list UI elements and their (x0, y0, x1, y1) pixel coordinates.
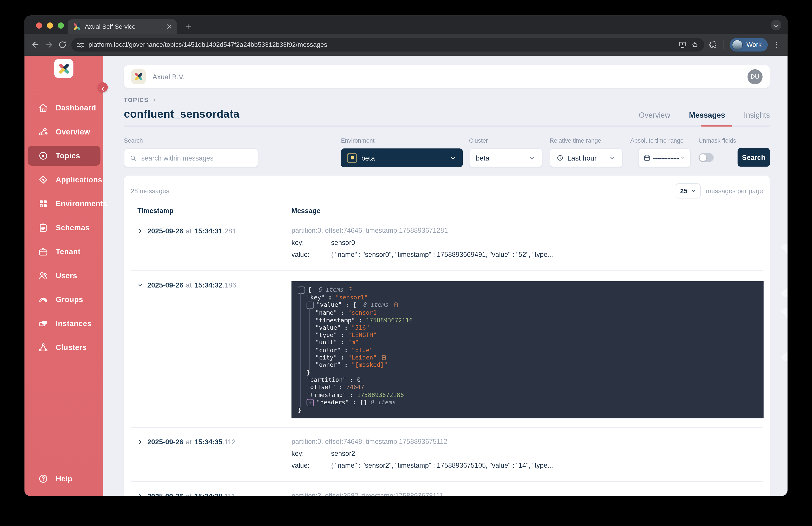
chevron-down-icon (691, 188, 696, 194)
copy-icon[interactable] (392, 302, 399, 309)
json-line: } (298, 369, 757, 376)
message-value-line: value:{ "name" : "sensor0", "timestamp" … (291, 251, 763, 258)
new-tab-icon[interactable] (184, 23, 192, 31)
sidebar-item-dashboard[interactable]: Dashboard (25, 96, 103, 120)
sidebar-item-users[interactable]: Users (25, 264, 103, 288)
url-text[interactable]: platform.local/governance/topics/1451db1… (88, 41, 674, 48)
browser-menu-icon[interactable] (772, 40, 781, 49)
chevron-right-icon[interactable] (137, 493, 143, 496)
json-line: "unit" : "m" (298, 339, 757, 346)
users-icon (38, 270, 48, 281)
json-token: "partition" (306, 376, 346, 384)
page-tabs: OverviewMessagesInsights (639, 111, 770, 120)
sidebar-item-label: Environments (56, 199, 107, 208)
search-input[interactable] (140, 154, 252, 162)
toolbar-divider (724, 40, 724, 49)
expand-node-icon[interactable]: + (306, 399, 314, 406)
profile-label: Work (746, 41, 762, 48)
message-meta: partition:0, offset:74648, timestamp:175… (291, 438, 763, 445)
address-bar[interactable]: platform.local/governance/topics/1451db1… (71, 38, 704, 52)
message-row: 2025-09-26at15:34:38.111partition:3, off… (131, 481, 763, 496)
indent-guide (298, 331, 306, 339)
json-token: : (324, 294, 335, 301)
json-token: } (306, 369, 310, 376)
sidebar-item-help[interactable]: Help (25, 467, 103, 491)
close-tab-icon[interactable] (165, 23, 173, 30)
sidebar-item-applications[interactable]: Applications (25, 168, 103, 192)
site-settings-icon[interactable] (76, 41, 84, 48)
sidebar-item-schemas[interactable]: Schemas (25, 216, 103, 240)
sidebar-item-label: Help (56, 474, 72, 483)
copy-icon[interactable] (347, 286, 354, 293)
browser-tab[interactable]: Axual Self Service (68, 19, 177, 34)
per-page-select[interactable]: 25 (676, 183, 700, 198)
json-token: "timestamp" (306, 391, 346, 399)
search-button[interactable]: Search (737, 148, 770, 167)
window-controls[interactable] (36, 22, 64, 28)
indent-guide (298, 376, 306, 384)
unmask-toggle[interactable] (699, 153, 714, 162)
back-icon[interactable] (31, 40, 40, 49)
screen: Axual Self Service platform.local/govern… (0, 0, 812, 526)
json-token: "value" (316, 301, 342, 309)
sidebar-item-label: Tenant (56, 247, 80, 256)
chevron-down-icon[interactable] (137, 282, 143, 288)
relative-range-select[interactable]: Last hour (550, 148, 622, 167)
search-label: Search (124, 138, 258, 144)
chevron-right-icon[interactable] (137, 439, 143, 445)
sidebar-item-instances[interactable]: Instances (25, 312, 103, 336)
tab-search-button[interactable] (771, 20, 781, 30)
zoom-window-button[interactable] (58, 22, 64, 28)
collapse-node-icon[interactable]: − (306, 302, 314, 309)
sidebar-item-clusters[interactable]: Clusters (25, 336, 103, 359)
absolute-range-value: ------------------- (653, 155, 679, 161)
json-token: : (355, 316, 366, 324)
minimize-window-button[interactable] (47, 22, 53, 28)
value-label: value: (291, 462, 331, 469)
timestamp-date: 2025-09-26 (147, 438, 183, 446)
indent-guide (306, 354, 315, 361)
breadcrumb-topics[interactable]: TOPICS (124, 97, 148, 103)
indent-guide (298, 309, 306, 317)
browser-toolbar: platform.local/governance/topics/1451db1… (25, 34, 787, 56)
sidebar-item-topics[interactable]: Topics (25, 144, 103, 168)
axual-x-icon (58, 62, 70, 74)
chevron-right-icon[interactable] (137, 228, 143, 234)
sidebar-item-tenant[interactable]: Tenant (25, 240, 103, 264)
breadcrumb[interactable]: TOPICS (124, 97, 770, 103)
json-token: "key" (306, 294, 324, 301)
indent-guide (298, 294, 306, 301)
home-icon (38, 103, 48, 113)
absolute-range-select[interactable]: ------------------- (638, 148, 691, 167)
sidebar-item-overview[interactable]: Overview (25, 120, 103, 144)
reload-icon[interactable] (58, 40, 67, 49)
close-window-button[interactable] (36, 22, 42, 28)
profile-chip[interactable]: Work (730, 38, 768, 52)
per-page-value: 25 (680, 187, 687, 195)
sidebar-item-groups[interactable]: Groups (25, 287, 103, 312)
forward-icon[interactable] (44, 40, 54, 49)
tab-messages[interactable]: Messages (689, 111, 725, 119)
json-line: −"value" : { 8 items (298, 301, 757, 309)
indent-guide (306, 331, 315, 339)
bookmark-star-icon[interactable] (691, 41, 699, 49)
copy-icon[interactable] (380, 354, 387, 361)
cluster-select[interactable]: beta (469, 148, 542, 167)
install-app-icon[interactable] (678, 41, 687, 49)
sidebar-collapse-button[interactable] (98, 82, 108, 92)
tab-overview[interactable]: Overview (639, 111, 670, 119)
tab-insights[interactable]: Insights (744, 111, 770, 119)
sidebar-item-environments[interactable]: Environments (25, 192, 103, 216)
environment-select[interactable]: beta (341, 148, 463, 167)
json-token: : (337, 339, 348, 346)
tabs-divider (124, 126, 770, 127)
overview-icon (38, 127, 48, 137)
messages-count: 28 messages (131, 187, 169, 195)
user-avatar[interactable]: DU (748, 69, 762, 84)
sidebar: DashboardOverviewTopicsApplicationsEnvir… (25, 56, 103, 496)
json-token: 1758893672186 (357, 391, 404, 399)
json-token: : (341, 346, 351, 354)
indent-guide (298, 369, 306, 376)
collapse-node-icon[interactable]: − (298, 286, 305, 294)
extensions-icon[interactable] (709, 40, 718, 49)
